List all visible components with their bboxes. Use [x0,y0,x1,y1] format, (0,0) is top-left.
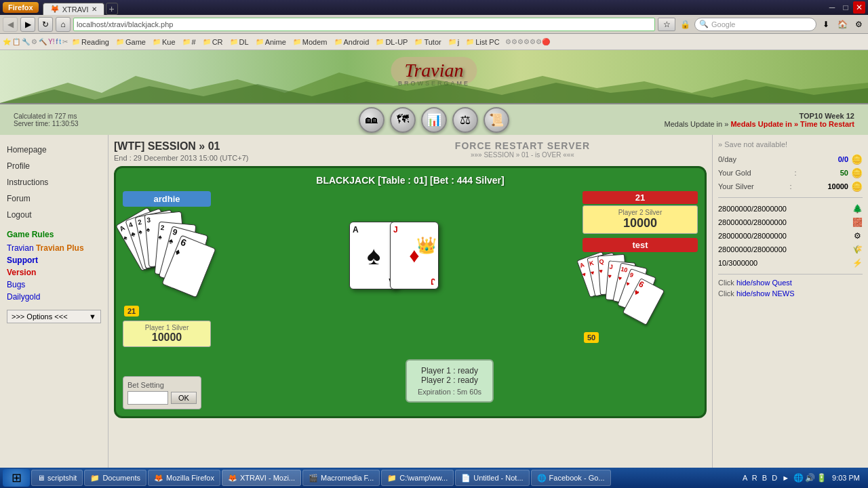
taskbar-macromedia[interactable]: 🎬 Macromedia F... [302,470,380,486]
tray-network-icon: 🌐 [793,473,804,483]
settings-icon[interactable]: ⚙ [852,18,865,31]
bookmark-cr[interactable]: 📁 CR [200,37,226,47]
refresh-button[interactable]: ↻ [38,17,53,32]
firefox-button[interactable]: Firefox [3,2,39,13]
sidebar-profile[interactable]: Profile [7,160,101,172]
more-icons: ⚙⚙⚙⚙⚙⚙🔴 [505,38,550,45]
star-button[interactable]: ☆ [658,18,675,31]
tray-letters: A R B D ► [743,474,791,482]
taskbar-facebook[interactable]: 🌐 Facebook - Go... [531,470,611,486]
close-button[interactable]: ✕ [853,1,865,14]
window-controls: ─ □ ✕ [826,1,865,14]
stats-perday-row: 0/day 0/0 🪙 [718,152,863,166]
maximize-button[interactable]: □ [840,1,852,14]
forward-button[interactable]: ▶ [20,17,35,32]
player2-area: 21 Player 2 Silver 10000 test A♥ [583,191,698,347]
nav-icon-report[interactable]: 📜 [484,107,509,133]
iron-icon: ⚙ [852,230,863,241]
bookmark-anime[interactable]: 📁 Anime [253,37,289,47]
version-link[interactable]: Version [7,266,101,279]
taskbar-icon-2: 📁 [90,474,100,483]
medals-update: Medals Update in » Medals Update in » Ti… [665,120,854,128]
minimize-button[interactable]: ─ [826,1,838,14]
dailygold-link[interactable]: Dailygold [7,291,101,303]
tab-close-button[interactable]: ✕ [92,5,97,13]
hide-news-link[interactable]: hide/show NEWS [736,289,795,298]
bookmark-dl[interactable]: 📁 DL [227,37,252,47]
bookmark-j[interactable]: 📁 j [446,37,462,47]
taskbar-icon-6: 📁 [387,474,397,483]
travian-plus-link[interactable]: Travian Travian Plus [7,242,101,254]
taskbar-scriptshit[interactable]: 🖥 scriptshit [31,470,83,486]
silver-label: Your Silver [718,182,754,190]
nav-icon-village[interactable]: 🏘 [359,107,384,133]
folder-icon: 📁 [466,38,474,45]
resource-row-3: 28000000/28000000 ⚙ [718,229,863,243]
perday-value[interactable]: 0/0 [838,155,848,163]
res5-value: 10/3000000 [718,259,757,267]
sidebar-homepage[interactable]: Homepage [7,144,101,156]
hide-quest-link[interactable]: hide/show Quest [736,279,792,287]
nav-icon-map[interactable]: 🗺 [390,107,416,133]
taskbar-notepad[interactable]: 📄 Untitled - Not... [455,470,529,486]
bet-input[interactable] [127,391,168,405]
taskbar-firefox[interactable]: 🦊 Mozilla Firefox [148,470,220,486]
session-title: [WTF] SESSION » 01 [114,140,707,152]
home-nav-icon[interactable]: 🏠 [835,18,849,31]
perday-label: 0/day [718,155,736,163]
restart-link[interactable]: Medals Update in » Time to Restart [730,120,854,128]
tray-battery-icon: 🔋 [816,473,827,483]
bookmark-hash[interactable]: 📁 # [180,37,199,47]
taskbar: ⊞ 🖥 scriptshit 📁 Documents 🦊 Mozilla Fir… [0,468,868,488]
player1-area: ardhie A♠ 4♣ 2♠ [123,191,211,347]
bookmark-listpc[interactable]: 📁 List PC [463,37,502,47]
res3-value: 28000000/28000000 [718,232,787,240]
gold-value[interactable]: 50 [840,169,848,177]
sidebar-forum[interactable]: Forum [7,192,101,205]
sidebar-instructions[interactable]: Instructions [7,176,101,188]
divider-1 [718,197,863,198]
resource-row-2: 28000000/28000000 🧱 [718,216,863,229]
sidebar-logout[interactable]: Logout [7,209,101,221]
clay-icon: 🧱 [852,217,863,228]
download-button[interactable]: ⬇ [819,18,833,31]
bugs-link[interactable]: Bugs [7,279,101,291]
start-button[interactable]: ⊞ [3,469,30,487]
taskbar-xtravi[interactable]: 🦊 XTRAVI - Mozi... [222,470,301,486]
ok-button[interactable]: OK [171,392,197,404]
nav-icon-stats[interactable]: 📊 [421,107,447,133]
force-restart-title: FORCE RESTART SERVER [455,140,590,151]
options-dropdown[interactable]: >>> Options <<< ▼ [7,310,101,323]
folder-icon: 📁 [153,38,161,45]
taskbar-documents[interactable]: 📁 Documents [84,470,146,486]
resource-row-1: 28000000/28000000 🌲 [718,202,863,216]
taskbar-wamp[interactable]: 📁 C:\wamp\ww... [381,470,454,486]
bookmark-kue[interactable]: 📁 Kue [150,37,178,47]
mountain-svg [0,69,868,103]
taskbar-icon-1: 🖥 [37,474,45,482]
folder-icon: 📁 [116,38,124,45]
support-link[interactable]: Support [7,254,101,266]
bookmark-label: j [458,38,459,46]
force-restart-box: FORCE RESTART SERVER »»» SESSION » 01 - … [455,140,590,159]
del-icon: ✂ [62,38,68,45]
player2-name-box: test [583,238,698,252]
address-bar[interactable]: localhost/xtravi/blackjack.php [73,18,655,31]
back-button[interactable]: ◀ [3,17,18,32]
bookmark-dlup[interactable]: 📁 DL-UP [373,37,410,47]
bookmark-game[interactable]: 📁 Game [113,37,149,47]
search-bar[interactable]: 🔍 Google [694,18,816,31]
nav-icon-trade[interactable]: ⚖ [452,107,478,133]
bookmark-tutor[interactable]: 📁 Tutor [412,37,443,47]
bookmark-reading[interactable]: 📁 Reading [69,37,112,47]
bookmark-android[interactable]: 📁 Android [332,37,372,47]
stats-gold-row: Your Gold : 50 🪙 [718,166,863,180]
p2-silver-value: 10000 [589,216,692,230]
taskbar-label-7: Untitled - Not... [473,474,523,482]
gold-label: Your Gold [718,169,751,177]
res4-value: 28000000/28000000 [718,245,787,253]
home-button[interactable]: ⌂ [56,17,71,32]
bookmark-modem[interactable]: 📁 Modem [290,37,330,47]
active-tab[interactable]: 🦊 XTRAVI ✕ [43,3,104,15]
new-tab-button[interactable]: + [106,3,118,15]
